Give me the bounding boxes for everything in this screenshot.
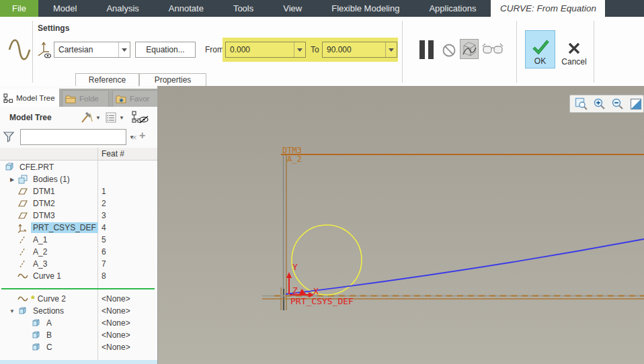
chevron-down-icon[interactable]: ▼ (129, 134, 134, 140)
graphics-viewport[interactable]: DTM3 A_2 Y Z X PRT_CSYS_DEF (158, 86, 644, 364)
panel-tab-favorites[interactable]: Favor (112, 90, 158, 107)
tree-row[interactable]: DTM2 2 (0, 197, 157, 210)
tree-row[interactable]: * Curve 2 <None> (0, 293, 157, 305)
tree-item-label: Bodies (1) (31, 174, 72, 185)
menu-tab-tools[interactable]: Tools (218, 0, 268, 17)
tree-row[interactable]: DTM1 1 (0, 185, 157, 197)
menu-tab-annotate[interactable]: Annotate (154, 0, 218, 17)
filter-funnel-icon (3, 131, 15, 143)
graphics-canvas[interactable]: DTM3 A_2 Y Z X PRT_CSYS_DEF (158, 86, 644, 364)
feat-column-header: Feat # (102, 149, 124, 158)
chevron-down-icon[interactable] (385, 42, 397, 57)
tree-display-toggle-icon[interactable] (132, 111, 149, 124)
ok-button[interactable]: OK (525, 30, 555, 69)
refit-icon[interactable] (629, 97, 643, 111)
panel-tab-model-tree[interactable]: Model Tree (0, 89, 59, 107)
tree-item-icon (17, 210, 28, 221)
tree-row[interactable]: Curve 1 8 (0, 270, 157, 282)
tree-item-icon (17, 293, 28, 304)
csys-y-arrowhead (286, 272, 292, 278)
tree-row[interactable]: A_2 6 (0, 246, 157, 258)
menu-tab-curve-from-equation[interactable]: CURVE: From Equation (491, 0, 605, 17)
dtm3-label: DTM3 (282, 146, 302, 155)
panel-tab-label: Model Tree (16, 94, 55, 102)
equation-button[interactable]: Equation... (135, 42, 196, 58)
menu-tab-flexible-modeling[interactable]: Flexible Modeling (317, 0, 414, 17)
tree-item-label: A_1 (31, 234, 49, 245)
tab-properties[interactable]: Properties (139, 73, 206, 86)
feat-number: 5 (102, 235, 106, 244)
coordinate-type-value: Cartesian (54, 45, 118, 54)
menu-tab-model[interactable]: Model (38, 0, 91, 17)
tab-reference[interactable]: Reference (75, 73, 139, 86)
menu-tab-applications[interactable]: Applications (414, 0, 491, 17)
csys-visibility-icon[interactable] (37, 41, 53, 60)
panel-tabs: Model Tree Folde Favor (0, 89, 158, 107)
tree-item-icon (17, 198, 28, 209)
tree-item-icon (4, 162, 15, 173)
equation-curve[interactable] (286, 239, 644, 294)
sketch-circle[interactable] (292, 225, 362, 295)
tree-row[interactable]: C <None> (0, 341, 157, 353)
tree-row[interactable]: A_3 7 (0, 258, 157, 270)
panel-tab-label: Favor (130, 95, 149, 103)
tree-row[interactable]: CFE.PRT (0, 161, 157, 173)
tree-item-label: DTM1 (31, 186, 57, 197)
ribbon: Settings Cartesian Equation... From 0.00… (0, 17, 644, 86)
expander-icon[interactable]: ▼ (7, 308, 17, 314)
tree-item-icon (17, 222, 28, 233)
from-label: From (205, 45, 224, 54)
tree-item-label: A_3 (31, 259, 49, 269)
chevron-down-icon[interactable]: ▼ (119, 115, 124, 121)
tree-tools-icon[interactable] (79, 111, 94, 124)
coordinate-type-dropdown[interactable]: Cartesian (54, 42, 130, 58)
insert-indicator-line[interactable] (0, 282, 157, 293)
tree-row[interactable]: ▼ Sections <None> (0, 305, 157, 317)
feat-number: <None> (102, 306, 130, 316)
panel-header: Model Tree ▼ ▼ (0, 108, 158, 126)
tree-row[interactable]: PRT_CSYS_DEF 4 (0, 222, 157, 234)
tree-row[interactable]: A_1 5 (0, 234, 157, 246)
tree-row[interactable]: DTM3 3 (0, 210, 157, 222)
zoom-out-icon[interactable] (611, 97, 625, 111)
filter-input-wrap: × (20, 129, 126, 145)
folder-icon (65, 94, 77, 104)
tree-row[interactable]: A <None> (0, 317, 157, 329)
glasses-icon[interactable] (481, 42, 504, 57)
zoom-in-icon[interactable] (593, 97, 606, 111)
cancel-button[interactable]: Cancel (558, 30, 590, 69)
chevron-down-icon[interactable] (118, 42, 130, 57)
chevron-down-icon[interactable]: ▼ (95, 115, 101, 121)
panel-tab-folder-browser[interactable]: Folde (62, 90, 109, 107)
zoom-box-icon[interactable] (575, 97, 588, 111)
forbid-icon[interactable] (442, 43, 456, 58)
menu-tab-view[interactable]: View (268, 0, 317, 17)
to-input[interactable]: 90.000 (322, 42, 397, 58)
tree-column-header: Feat # (0, 148, 157, 161)
from-input[interactable]: 0.000 (225, 42, 306, 58)
expander-icon[interactable]: ▶ (7, 177, 17, 183)
tree-item-icon (31, 318, 42, 328)
feat-number: <None> (102, 343, 130, 352)
feat-number: 4 (102, 223, 106, 232)
y-axis-label: Y (292, 262, 298, 272)
preview-toggle-button[interactable] (460, 39, 479, 59)
tree-item-label: CFE.PRT (17, 162, 56, 173)
feat-number: 2 (102, 199, 106, 208)
add-filter-icon[interactable]: + (139, 130, 145, 142)
tree-item-label: PRT_CSYS_DEF (31, 222, 98, 233)
chevron-down-icon[interactable] (294, 42, 305, 57)
feat-number: <None> (102, 294, 130, 304)
pause-icon[interactable] (417, 40, 436, 60)
panel-bottom-scroll-strip[interactable] (0, 360, 157, 364)
tree-row[interactable]: ▶ Bodies (1) (0, 173, 157, 185)
menu-tab-file[interactable]: File (0, 0, 38, 17)
menu-tab-analysis[interactable]: Analysis (91, 0, 153, 17)
tree-filters-icon[interactable] (105, 111, 117, 124)
feat-number: <None> (102, 330, 130, 340)
tree-row[interactable]: B <None> (0, 329, 157, 341)
panel-tab-label: Folde (79, 95, 99, 103)
model-tree-panel: Model Tree Folde Favor Model Tree ▼ ▼ × … (0, 86, 158, 364)
ribbon-separator (516, 21, 517, 83)
filter-input[interactable] (21, 132, 128, 142)
